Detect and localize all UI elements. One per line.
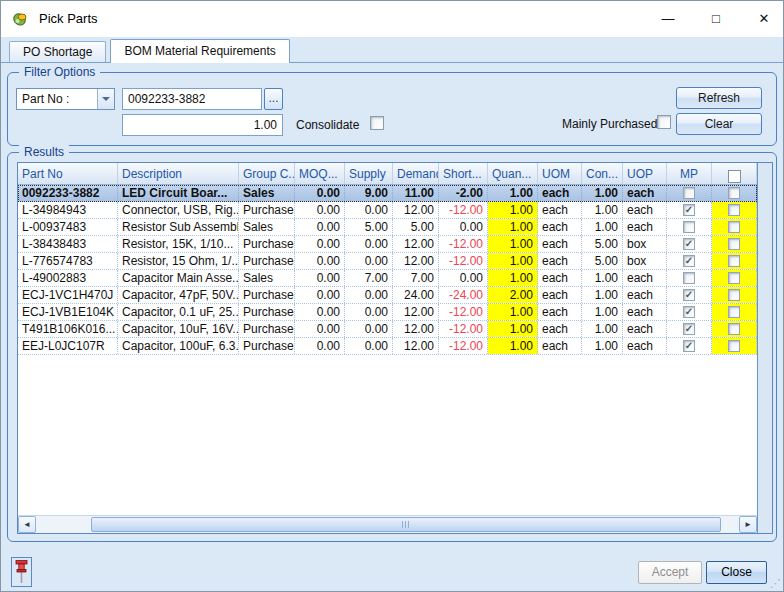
accept-button[interactable]: Accept [638,561,702,584]
scroll-right-button[interactable]: ► [739,516,757,533]
grid-cell-select [712,253,757,269]
quantity-input[interactable] [122,114,283,136]
grid-row[interactable]: T491B106K016...Capacitor, 10uF, 16V...Pu… [18,321,757,338]
select-checkbox[interactable] [728,187,740,199]
mp-checkbox[interactable]: ✓ [683,238,695,250]
select-checkbox[interactable] [728,272,740,284]
mp-checkbox[interactable] [683,221,695,233]
grid-cell-group: Purchases [239,202,295,218]
column-header-conversion[interactable]: Con... [582,163,623,184]
grid-cell-description: Connector, USB, Rig... [118,202,239,218]
mp-checkbox[interactable]: ✓ [683,289,695,301]
dropdown-button[interactable] [97,89,114,109]
grid-row[interactable]: ECJ-1VB1E104KCapacitor, 0.1 uF, 25...Pur… [18,304,757,321]
mainly-purchased-checkbox[interactable] [657,115,671,129]
grid-row[interactable]: EEJ-L0JC107RCapacitor, 100uF, 6.3...Purc… [18,338,757,355]
grid-row[interactable]: L-49002883Capacitor Main Asse...Sales0.0… [18,270,757,287]
mp-checkbox[interactable] [683,187,695,199]
grid-cell-mp [667,219,712,235]
browse-button[interactable]: ... [264,88,283,110]
grid-cell-part_no: EEJ-L0JC107R [18,338,118,354]
grid-cell-description: Capacitor, 0.1 uF, 25... [118,304,239,320]
pushpin-icon [12,558,31,586]
mp-checkbox[interactable]: ✓ [683,204,695,216]
grid-cell-uom: each [538,338,582,354]
select-checkbox[interactable] [728,204,740,216]
grid-cell-uop: each [623,338,667,354]
grid-cell-select [712,287,757,303]
column-header-uom[interactable]: UOM [538,163,582,184]
grid-cell-shortage: -12.00 [439,321,488,337]
grid-row[interactable]: L-00937483Resistor Sub AssemblySales0.00… [18,219,757,236]
select-checkbox[interactable] [728,323,740,335]
column-header-description[interactable]: Description [118,163,239,184]
grid-header-row: Part NoDescriptionGroup C...MOQ...Supply… [18,163,757,185]
column-header-group[interactable]: Group C... [239,163,295,184]
grid-cell-conversion: 1.00 [582,270,623,286]
grid-cell-uom: each [538,321,582,337]
grid-cell-mp: ✓ [667,202,712,218]
vertical-scrollbar[interactable] [757,163,772,533]
grid-cell-demand: 12.00 [393,253,439,269]
window-title: Pick Parts [39,11,98,26]
mp-checkbox[interactable]: ✓ [683,306,695,318]
scrollbar-track[interactable] [36,516,739,533]
grid-cell-uom: each [538,236,582,252]
scrollbar-thumb[interactable] [91,517,721,532]
grid-cell-moq: 0.00 [295,185,345,201]
grid-cell-description: Capacitor, 10uF, 16V... [118,321,239,337]
grid-cell-moq: 0.00 [295,253,345,269]
app-icon [11,10,29,28]
grid-row[interactable]: L-34984943Connector, USB, Rig...Purchase… [18,202,757,219]
mp-checkbox[interactable]: ✓ [683,340,695,352]
column-header-moq[interactable]: MOQ... [295,163,345,184]
close-window-button[interactable]: ✕ [747,1,781,37]
mp-checkbox[interactable] [683,272,695,284]
grid-cell-demand: 12.00 [393,338,439,354]
pushpin-button[interactable] [11,557,32,587]
select-checkbox[interactable] [728,289,740,301]
tab-po-shortage[interactable]: PO Shortage [9,41,106,62]
grid-cell-description: Capacitor Main Asse... [118,270,239,286]
grid-cell-group: Purchases [239,253,295,269]
select-all-checkbox[interactable] [728,170,741,183]
grid-cell-shortage: -12.00 [439,304,488,320]
column-header-quantity[interactable]: Quan... [488,163,538,184]
resize-grip[interactable]: ⋰ [770,577,780,590]
select-checkbox[interactable] [728,306,740,318]
column-header-demand[interactable]: Demand [393,163,439,184]
select-checkbox[interactable] [728,340,740,352]
grid-cell-conversion: 5.00 [582,253,623,269]
select-checkbox[interactable] [728,221,740,233]
grid-cell-uop: each [623,185,667,201]
grid-row[interactable]: L-776574783Resistor, 15 Ohm, 1/...Purcha… [18,253,757,270]
maximize-button[interactable]: □ [699,1,733,37]
grid-empty-area [18,355,757,515]
grid-cell-moq: 0.00 [295,304,345,320]
filter-field-selector[interactable]: Part No : [16,88,115,110]
grid-cell-uom: each [538,185,582,201]
select-checkbox[interactable] [728,255,740,267]
column-header-part_no[interactable]: Part No [18,163,118,184]
consolidate-checkbox[interactable] [370,116,384,130]
grid-row[interactable]: 0092233-3882LED Circuit Boar...Sales0.00… [18,185,757,202]
grid-row[interactable]: L-38438483Resistor, 15K, 1/10...Purchase… [18,236,757,253]
refresh-button[interactable]: Refresh [676,87,762,109]
grid-cell-quantity: 1.00 [488,321,538,337]
mp-checkbox[interactable]: ✓ [683,323,695,335]
grid-cell-conversion: 1.00 [582,219,623,235]
part-no-input[interactable] [122,88,262,110]
select-checkbox[interactable] [728,238,740,250]
close-button[interactable]: Close [706,561,767,584]
scroll-left-button[interactable]: ◄ [18,516,36,533]
grid-row[interactable]: ECJ-1VC1H470JCapacitor, 47pF, 50V...Purc… [18,287,757,304]
mp-checkbox[interactable]: ✓ [683,255,695,267]
column-header-supply[interactable]: Supply [345,163,393,184]
tab-bom-material-requirements[interactable]: BOM Material Requirements [110,39,289,63]
column-header-select[interactable] [712,163,757,184]
column-header-shortage[interactable]: Short... [439,163,488,184]
clear-button[interactable]: Clear [676,113,762,135]
column-header-mp[interactable]: MP [667,163,712,184]
column-header-uop[interactable]: UOP [623,163,667,184]
minimize-button[interactable]: — [651,1,685,37]
